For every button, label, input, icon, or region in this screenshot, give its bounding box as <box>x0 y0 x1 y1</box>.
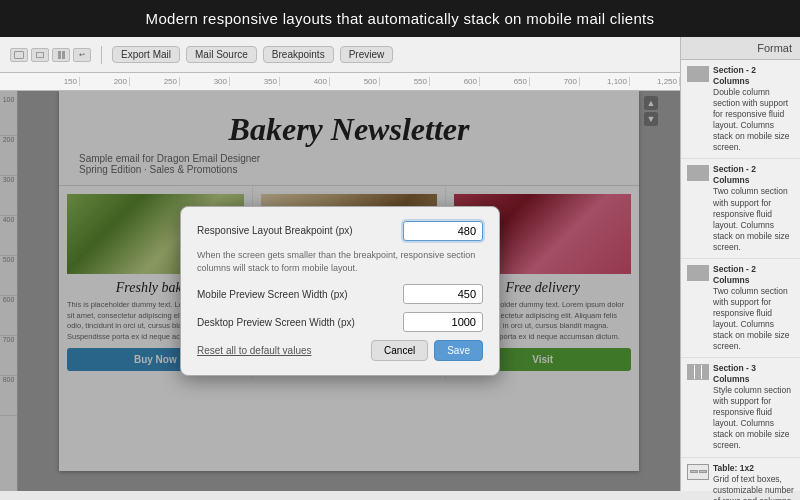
modal-buttons: Reset all to default values Cancel Save <box>197 340 483 361</box>
modal-breakpoint-label: Responsive Layout Breakpoint (px) <box>197 225 395 236</box>
canvas-area: 100 200 300 400 500 600 700 800 ▲ ▼ <box>0 91 680 491</box>
ruler-mark: 200 <box>80 77 130 86</box>
export-mail-button[interactable]: Export Mail <box>112 46 180 63</box>
toolbar-separator <box>101 46 102 64</box>
toolbar-icon-3 <box>52 48 70 62</box>
panel-item-table-1x2[interactable]: Table: 1x2 Grid of text boxes, customiza… <box>681 458 800 501</box>
ruler-mark: 700 <box>530 77 580 86</box>
toolbar-icon-4: ↩ <box>73 48 91 62</box>
mail-source-button[interactable]: Mail Source <box>186 46 257 63</box>
ruler-mark: 1,250 <box>630 77 680 86</box>
modal-desktop-label: Desktop Preview Screen Width (px) <box>197 317 395 328</box>
ruler-marks: 150 200 250 300 350 400 500 550 600 650 … <box>30 77 680 86</box>
ruler-mark: 150 <box>30 77 80 86</box>
panel-icon-table-1x2 <box>687 464 709 480</box>
modal-mobile-row: Mobile Preview Screen Width (px) <box>197 284 483 304</box>
panel-item-section-2col-2[interactable]: Section - 2 Columns Two column section w… <box>681 159 800 258</box>
modal-reset-button[interactable]: Reset all to default values <box>197 340 312 361</box>
ruler-mark: 1,100 <box>580 77 630 86</box>
panel-item-section-3col[interactable]: Section - 3 Columns Style column section… <box>681 358 800 457</box>
panel-item-section-2col-1[interactable]: Section - 2 Columns Double column sectio… <box>681 60 800 159</box>
panel-icon-2col <box>687 265 709 281</box>
modal-description: When the screen gets smaller than the br… <box>197 249 483 274</box>
breakpoints-button[interactable]: Breakpoints <box>263 46 334 63</box>
modal-breakpoint-input[interactable] <box>403 221 483 241</box>
right-panel: Format Section - 2 Columns Double column… <box>680 37 800 491</box>
editor-area: ↩ Export Mail Mail Source Breakpoints Pr… <box>0 37 680 491</box>
ruler-mark: 500 <box>330 77 380 86</box>
modal-desktop-input[interactable] <box>403 312 483 332</box>
main-area: ↩ Export Mail Mail Source Breakpoints Pr… <box>0 37 800 491</box>
panel-item-section-2col-3[interactable]: Section - 2 Columns Two column section w… <box>681 259 800 358</box>
panel-icon-2col <box>687 66 709 82</box>
ruler-mark: 550 <box>380 77 430 86</box>
top-banner: Modern responsive layouts that automatic… <box>0 0 800 37</box>
right-panel-header: Format <box>681 37 800 60</box>
ruler: 150 200 250 300 350 400 500 550 600 650 … <box>0 73 680 91</box>
modal-cancel-button[interactable]: Cancel <box>371 340 428 361</box>
ruler-mark: 600 <box>430 77 480 86</box>
ruler-mark: 650 <box>480 77 530 86</box>
modal-desktop-row: Desktop Preview Screen Width (px) <box>197 312 483 332</box>
ruler-mark: 350 <box>230 77 280 86</box>
toolbar-icon-2 <box>31 48 49 62</box>
banner-text: Modern responsive layouts that automatic… <box>146 10 655 27</box>
ruler-mark: 300 <box>180 77 230 86</box>
ruler-mark: 400 <box>280 77 330 86</box>
toolbar-icon-1 <box>10 48 28 62</box>
modal-dialog: Responsive Layout Breakpoint (px) When t… <box>180 206 500 376</box>
toolbar: ↩ Export Mail Mail Source Breakpoints Pr… <box>0 37 680 73</box>
ruler-mark: 250 <box>130 77 180 86</box>
modal-overlay: Responsive Layout Breakpoint (px) When t… <box>0 91 680 491</box>
preview-button[interactable]: Preview <box>340 46 394 63</box>
modal-mobile-input[interactable] <box>403 284 483 304</box>
modal-save-button[interactable]: Save <box>434 340 483 361</box>
modal-breakpoint-row: Responsive Layout Breakpoint (px) <box>197 221 483 241</box>
panel-icon-2col <box>687 165 709 181</box>
panel-icon-3col <box>687 364 709 380</box>
modal-mobile-label: Mobile Preview Screen Width (px) <box>197 289 395 300</box>
